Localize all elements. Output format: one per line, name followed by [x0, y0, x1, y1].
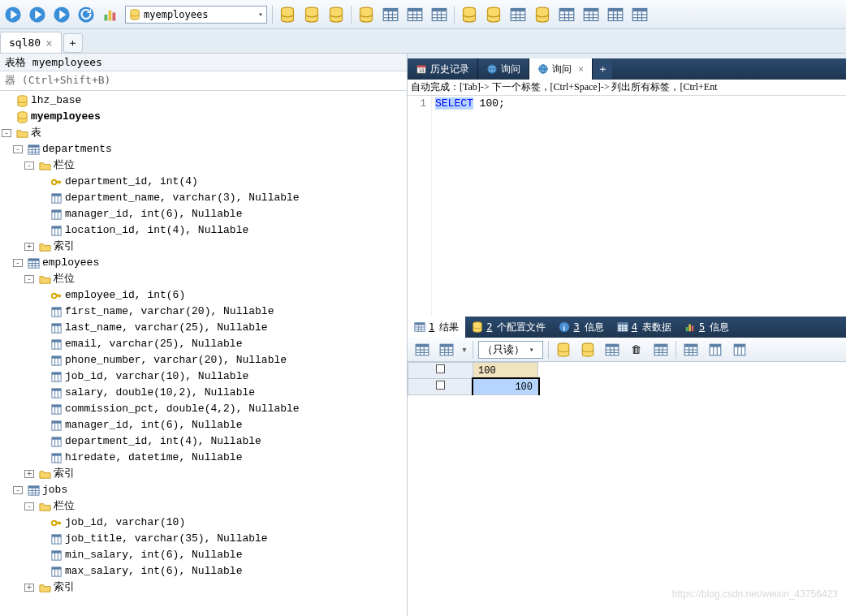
query-tab[interactable]: 历史记录	[408, 58, 478, 80]
tree-node[interactable]: email, varchar(25), Nullable	[0, 336, 407, 352]
rt-view-form[interactable]	[706, 340, 725, 360]
tb-misc-4[interactable]	[533, 5, 552, 24]
close-icon[interactable]: ×	[578, 63, 584, 75]
rt-delete-icon[interactable]: 🗑	[627, 340, 646, 360]
tree-node[interactable]: employee_id, int(6)	[0, 287, 407, 304]
rt-view-grid[interactable]	[681, 340, 701, 360]
row-header-checkbox[interactable]	[408, 363, 473, 379]
tb-tbl-3[interactable]	[429, 5, 449, 24]
result-grid-icon[interactable]	[412, 340, 432, 360]
rt-btn-3[interactable]	[602, 340, 622, 360]
tb-misc-7[interactable]	[606, 5, 625, 24]
tb-db-1[interactable]	[278, 5, 297, 24]
tb-db-2[interactable]	[302, 5, 322, 24]
expand-toggle[interactable]: -	[13, 259, 23, 267]
browser-filter[interactable]: 器 (Ctrl+Shift+B)	[0, 71, 407, 91]
tree-node[interactable]: hiredate, datetime, Nullable	[0, 450, 407, 466]
editor-code[interactable]: SELECT 100;	[432, 96, 846, 317]
column-header[interactable]: 100	[473, 363, 538, 379]
tree-node[interactable]: -栏位	[0, 498, 407, 515]
close-icon[interactable]: ×	[45, 37, 52, 50]
refresh-button[interactable]	[76, 5, 96, 24]
readonly-selector[interactable]: （只读）▾	[478, 341, 543, 359]
result-tab[interactable]: 4表数据	[611, 317, 678, 338]
tree-node[interactable]: +索引	[0, 579, 407, 596]
query-tab[interactable]: 询问×	[529, 58, 593, 80]
run-all-button[interactable]	[52, 5, 71, 24]
tb-tbl-1[interactable]	[381, 5, 400, 24]
tree-node[interactable]: -jobs	[0, 482, 407, 498]
tree-node[interactable]: manager_id, int(6), Nullable	[0, 206, 407, 222]
tb-misc-5[interactable]	[557, 5, 576, 24]
database-selector[interactable]: myemployees ▾	[125, 6, 267, 24]
tree-node[interactable]: department_id, int(4), Nullable	[0, 433, 407, 450]
tree-node[interactable]: job_id, varchar(10), Nullable	[0, 368, 407, 385]
result-tab[interactable]: 2个配置文件	[465, 317, 552, 338]
tree-node[interactable]: first_name, varchar(20), Nullable	[0, 304, 407, 320]
tree-node[interactable]: job_title, varchar(35), Nullable	[0, 531, 407, 547]
result-cell[interactable]: 100	[473, 379, 538, 395]
tree-node[interactable]: job_id, varchar(10)	[0, 515, 407, 531]
expand-toggle	[36, 454, 45, 462]
expand-toggle[interactable]: -	[24, 162, 34, 170]
expand-toggle[interactable]: +	[24, 470, 34, 478]
expand-toggle[interactable]: -	[24, 502, 34, 510]
tb-tbl-2[interactable]	[405, 5, 425, 24]
expand-toggle[interactable]: -	[24, 275, 34, 283]
object-tree[interactable]: lhz_basemyemployees-表-departments-栏位depa…	[0, 91, 407, 616]
tree-node[interactable]: last_name, varchar(25), Nullable	[0, 320, 407, 336]
tree-label: email, varchar(25), Nullable	[65, 336, 242, 352]
tb-misc-8[interactable]	[630, 5, 650, 24]
tree-node[interactable]: -表	[0, 125, 407, 141]
rt-btn-2[interactable]	[578, 340, 598, 360]
tb-misc-2[interactable]	[484, 5, 503, 24]
tree-node[interactable]: -栏位	[0, 157, 407, 174]
result-tab[interactable]: 5信息	[678, 317, 736, 338]
tree-node[interactable]: salary, double(10,2), Nullable	[0, 385, 407, 401]
tree-node[interactable]: -栏位	[0, 271, 407, 287]
result-tab[interactable]: 1结果	[408, 317, 465, 338]
add-query-tab[interactable]: ＋	[593, 59, 612, 79]
tree-node[interactable]: phone_number, varchar(20), Nullable	[0, 352, 407, 368]
result-grid[interactable]: 100 100	[408, 362, 846, 395]
tree-node[interactable]: myemployees	[0, 109, 407, 125]
tree-node[interactable]: +索引	[0, 466, 407, 482]
tree-node[interactable]: max_salary, int(6), Nullable	[0, 563, 407, 579]
tb-db-3[interactable]	[326, 5, 346, 24]
query-tab[interactable]: 询问	[478, 58, 529, 80]
expand-toggle[interactable]: +	[24, 584, 34, 592]
tree-node[interactable]: department_id, int(4)	[0, 174, 407, 190]
tree-node[interactable]: min_salary, int(6), Nullable	[0, 547, 407, 563]
expand-toggle[interactable]: -	[2, 129, 11, 137]
tree-node[interactable]: lhz_base	[0, 93, 407, 109]
rt-btn-1[interactable]	[554, 340, 573, 360]
result-export-icon[interactable]	[437, 340, 456, 360]
tb-misc-3[interactable]	[508, 5, 528, 24]
tree-node[interactable]: -employees	[0, 255, 407, 271]
tb-misc-1[interactable]	[460, 5, 479, 24]
tree-node[interactable]: +索引	[0, 239, 407, 255]
tree-label: employees	[42, 255, 99, 271]
add-connection-button[interactable]: ＋	[63, 33, 83, 53]
expand-toggle	[36, 210, 45, 218]
sql-editor[interactable]: 1 SELECT 100;	[408, 96, 846, 317]
rt-btn-5[interactable]	[651, 340, 671, 360]
chart-button[interactable]	[101, 5, 120, 24]
tb-misc-6[interactable]	[581, 5, 601, 24]
run-next-button[interactable]	[28, 5, 47, 24]
result-tab[interactable]: 3信息	[552, 317, 610, 338]
tree-node[interactable]: manager_id, int(6), Nullable	[0, 417, 407, 433]
expand-toggle[interactable]: -	[13, 486, 23, 494]
tree-node[interactable]: -departments	[0, 141, 407, 157]
tb-db-4[interactable]	[356, 5, 376, 24]
run-button[interactable]	[3, 5, 23, 24]
expand-toggle[interactable]: +	[24, 243, 34, 251]
folder-icon	[38, 240, 51, 253]
connection-tab[interactable]: sql80 ×	[0, 32, 62, 53]
expand-toggle[interactable]: -	[13, 145, 23, 153]
rt-view-text[interactable]	[730, 340, 749, 360]
tree-node[interactable]: department_name, varchar(3), Nullable	[0, 190, 407, 206]
row-checkbox[interactable]	[408, 379, 473, 395]
tree-node[interactable]: commission_pct, double(4,2), Nullable	[0, 401, 407, 417]
tree-node[interactable]: location_id, int(4), Nullable	[0, 222, 407, 239]
